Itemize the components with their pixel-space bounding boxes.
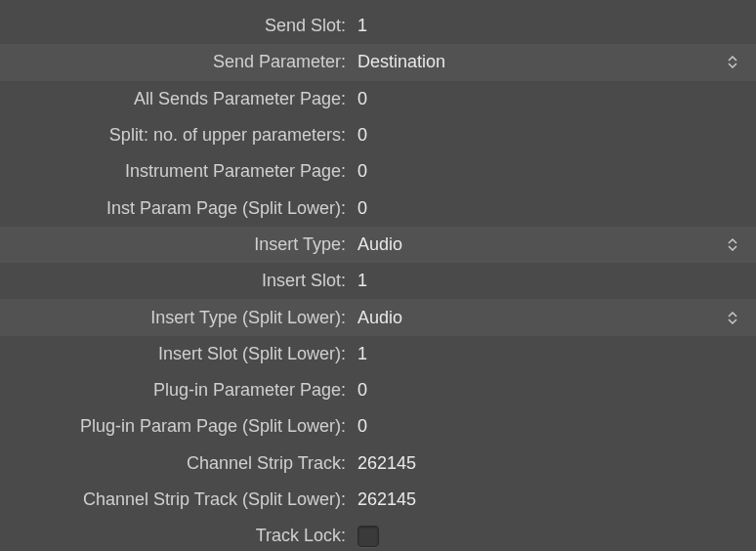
value-insert-type-split[interactable]: Audio (354, 308, 721, 328)
label-insert-slot-split: Insert Slot (Split Lower): (0, 344, 354, 364)
row-send-slot[interactable]: Send Slot: 1 (0, 8, 756, 44)
row-instrument-page[interactable]: Instrument Parameter Page: 0 (0, 153, 756, 190)
label-plugin-page: Plug-in Parameter Page: (0, 380, 354, 401)
value-all-sends-page[interactable]: 0 (354, 89, 744, 109)
track-lock-checkbox[interactable] (357, 526, 379, 547)
stepper-icon[interactable] (721, 238, 744, 251)
label-insert-type-split: Insert Type (Split Lower): (0, 308, 354, 328)
label-insert-slot: Insert Slot: (0, 271, 354, 291)
parameter-panel: Send Slot: 1 Send Parameter: Destination… (0, 0, 756, 551)
label-send-slot: Send Slot: (0, 16, 354, 36)
row-channel-strip[interactable]: Channel Strip Track: 262145 (0, 445, 756, 482)
label-plugin-page-split: Plug-in Param Page (Split Lower): (0, 416, 354, 437)
value-channel-strip[interactable]: 262145 (354, 453, 744, 474)
label-channel-strip: Channel Strip Track: (0, 453, 354, 474)
row-insert-slot[interactable]: Insert Slot: 1 (0, 263, 756, 299)
label-all-sends-page: All Sends Parameter Page: (0, 89, 354, 109)
value-send-slot[interactable]: 1 (354, 16, 744, 36)
label-send-parameter: Send Parameter: (0, 52, 354, 72)
row-insert-type-split[interactable]: Insert Type (Split Lower): Audio (0, 299, 756, 335)
label-channel-strip-split: Channel Strip Track (Split Lower): (0, 489, 354, 510)
row-plugin-page-split[interactable]: Plug-in Param Page (Split Lower): 0 (0, 408, 756, 445)
value-send-parameter[interactable]: Destination (354, 52, 721, 72)
stepper-icon[interactable] (721, 312, 744, 324)
row-channel-strip-split[interactable]: Channel Strip Track (Split Lower): 26214… (0, 482, 756, 518)
value-plugin-page-split[interactable]: 0 (354, 416, 744, 437)
label-track-lock: Track Lock: (0, 526, 354, 546)
row-send-parameter[interactable]: Send Parameter: Destination (0, 44, 756, 80)
value-plugin-page[interactable]: 0 (354, 380, 744, 401)
value-inst-page-split[interactable]: 0 (354, 198, 744, 219)
row-track-lock: Track Lock: (0, 518, 756, 551)
value-insert-slot-split[interactable]: 1 (354, 344, 744, 364)
row-insert-type[interactable]: Insert Type: Audio (0, 227, 756, 263)
row-all-sends-page[interactable]: All Sends Parameter Page: 0 (0, 81, 756, 117)
row-inst-page-split[interactable]: Inst Param Page (Split Lower): 0 (0, 190, 756, 226)
label-instrument-page: Instrument Parameter Page: (0, 161, 354, 182)
value-insert-slot[interactable]: 1 (354, 271, 744, 291)
row-split-upper[interactable]: Split: no. of upper parameters: 0 (0, 117, 756, 153)
row-insert-slot-split[interactable]: Insert Slot (Split Lower): 1 (0, 336, 756, 372)
row-plugin-page[interactable]: Plug-in Parameter Page: 0 (0, 372, 756, 408)
value-insert-type[interactable]: Audio (354, 234, 721, 255)
value-split-upper[interactable]: 0 (354, 125, 744, 146)
label-insert-type: Insert Type: (0, 234, 354, 255)
value-channel-strip-split[interactable]: 262145 (354, 489, 744, 510)
label-split-upper: Split: no. of upper parameters: (0, 125, 354, 146)
stepper-icon[interactable] (721, 56, 744, 68)
value-instrument-page[interactable]: 0 (354, 161, 744, 182)
label-inst-page-split: Inst Param Page (Split Lower): (0, 198, 354, 219)
